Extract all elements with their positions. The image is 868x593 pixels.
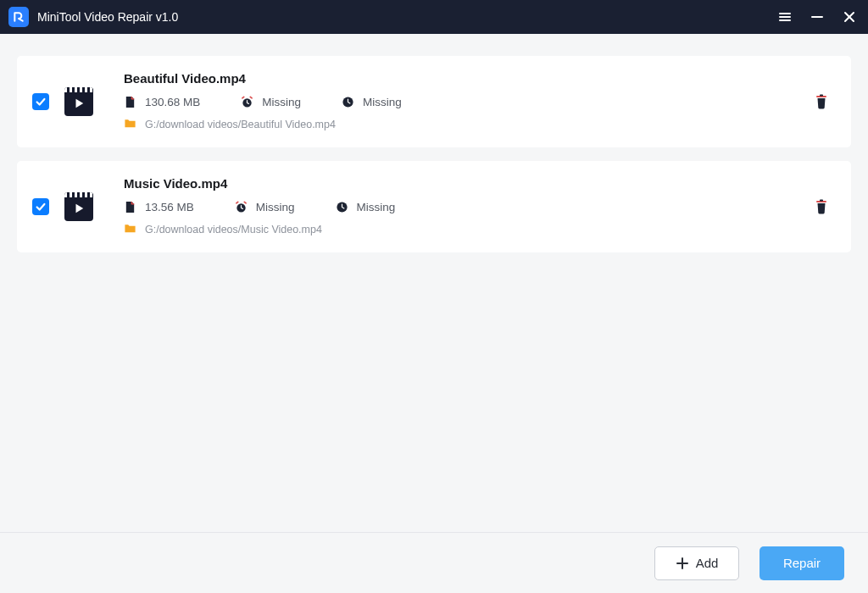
repair-button-label: Repair xyxy=(783,556,821,570)
file-path: G:/download videos/Beautiful Video.mp4 xyxy=(124,117,795,132)
app-logo xyxy=(8,7,29,27)
file-list: Beautiful Video.mp4 130.68 MB Missing xyxy=(0,34,868,532)
menu-icon[interactable] xyxy=(778,10,792,24)
file-created: Missing xyxy=(342,96,402,108)
titlebar: MiniTool Video Repair v1.0 xyxy=(0,0,868,34)
file-name: Music Video.mp4 xyxy=(124,176,795,191)
clock-icon xyxy=(342,96,354,108)
file-duration: Missing xyxy=(235,201,295,213)
file-info: Beautiful Video.mp4 130.68 MB Missing xyxy=(124,71,795,132)
folder-icon xyxy=(124,222,136,237)
clock-icon xyxy=(336,201,348,213)
repair-button[interactable]: Repair xyxy=(760,546,844,580)
close-icon[interactable] xyxy=(843,10,856,24)
file-info: Music Video.mp4 13.56 MB Missing xyxy=(124,176,795,237)
file-name: Beautiful Video.mp4 xyxy=(124,71,795,86)
video-thumb-icon xyxy=(64,87,93,116)
file-icon xyxy=(124,201,136,213)
file-size-value: 13.56 MB xyxy=(145,201,194,213)
svg-marker-11 xyxy=(76,204,84,213)
file-icon xyxy=(124,96,136,108)
clock-alarm-icon xyxy=(235,201,248,213)
file-path: G:/download videos/Music Video.mp4 xyxy=(124,222,795,237)
file-size-value: 130.68 MB xyxy=(145,96,200,108)
file-card: Beautiful Video.mp4 130.68 MB Missing xyxy=(17,56,851,147)
footer: Add Repair xyxy=(0,532,868,593)
file-size: 130.68 MB xyxy=(124,96,200,108)
file-path-value: G:/download videos/Music Video.mp4 xyxy=(145,224,322,236)
add-button[interactable]: Add xyxy=(654,546,739,580)
file-path-value: G:/download videos/Beautiful Video.mp4 xyxy=(145,119,336,130)
file-created-value: Missing xyxy=(363,96,402,108)
delete-button[interactable] xyxy=(812,92,831,111)
file-duration-value: Missing xyxy=(262,96,301,108)
file-card: Music Video.mp4 13.56 MB Missing xyxy=(17,161,851,252)
window-controls xyxy=(778,10,856,24)
video-thumb-icon xyxy=(64,192,93,221)
minimize-icon[interactable] xyxy=(810,10,824,24)
add-button-label: Add xyxy=(696,556,719,570)
delete-button[interactable] xyxy=(812,197,831,216)
app-title: MiniTool Video Repair v1.0 xyxy=(37,10,778,24)
svg-rect-10 xyxy=(820,95,823,97)
file-checkbox[interactable] xyxy=(32,198,49,215)
clock-alarm-icon xyxy=(241,96,253,108)
file-created-value: Missing xyxy=(357,201,396,213)
file-created: Missing xyxy=(336,201,396,213)
file-duration: Missing xyxy=(241,96,301,108)
file-checkbox[interactable] xyxy=(32,93,49,110)
svg-rect-15 xyxy=(820,200,823,202)
file-duration-value: Missing xyxy=(256,201,295,213)
file-size: 13.56 MB xyxy=(124,201,194,213)
svg-marker-6 xyxy=(76,99,84,108)
folder-icon xyxy=(124,117,136,132)
